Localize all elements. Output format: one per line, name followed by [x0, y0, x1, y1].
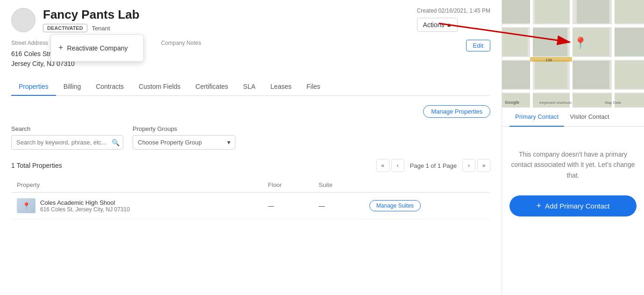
header: Fancy Pants Lab DEACTIVATED Tenant Creat… — [11, 7, 490, 32]
reactivate-company-item[interactable]: + Reactivate Company — [51, 38, 143, 58]
manage-properties-button[interactable]: Manage Properties — [423, 105, 490, 118]
svg-rect-17 — [530, 0, 533, 108]
add-primary-contact-button[interactable]: + Add Primary Contact — [510, 195, 637, 216]
company-info: Fancy Pants Lab DEACTIVATED Tenant — [43, 7, 140, 32]
sidebar-tabs: Primary Contact Visitor Contact — [502, 108, 644, 127]
svg-rect-9 — [502, 61, 530, 89]
company-notes-column: Company Notes — [161, 40, 201, 69]
svg-rect-4 — [614, 0, 644, 23]
property-cell-inner: 📍 Coles Academic High Shool 616 Coles St… — [17, 198, 257, 213]
svg-text:Google: Google — [505, 100, 519, 105]
groups-select-wrap: Choose Property Group ▼ — [133, 135, 235, 150]
map-background: 139 📍 Google Keyboard shortcuts Map Data — [502, 0, 644, 108]
page-info: Page 1 of 1 Page — [406, 162, 460, 169]
property-cell: 📍 Coles Academic High Shool 616 Coles St… — [11, 193, 262, 219]
prev-page-button[interactable]: ‹ — [391, 159, 404, 172]
svg-rect-13 — [502, 94, 644, 108]
svg-rect-16 — [502, 90, 644, 93]
property-thumbnail: 📍 — [17, 198, 35, 213]
add-contact-label: Add Primary Contact — [545, 202, 609, 210]
tab-properties[interactable]: Properties — [11, 78, 56, 96]
sidebar-tab-primary-contact[interactable]: Primary Contact — [510, 108, 564, 127]
svg-rect-6 — [532, 28, 567, 56]
total-properties: 1 Total Properties — [11, 162, 62, 169]
search-input[interactable] — [11, 135, 123, 150]
col-suite: Suite — [313, 178, 364, 193]
total-row: 1 Total Properties « ‹ Page 1 of 1 Page … — [11, 159, 490, 172]
tabs: Properties Billing Contracts Custom Fiel… — [11, 78, 490, 96]
company-avatar — [11, 8, 35, 32]
svg-rect-12 — [614, 61, 644, 89]
property-groups-select[interactable]: Choose Property Group — [133, 135, 235, 150]
badges: DEACTIVATED Tenant — [43, 24, 140, 32]
search-label: Search — [11, 125, 123, 132]
svg-text:Keyboard shortcuts: Keyboard shortcuts — [539, 101, 572, 105]
plus-icon: + — [58, 43, 64, 53]
right-sidebar: 139 📍 Google Keyboard shortcuts Map Data… — [502, 0, 644, 295]
col-actions — [364, 178, 490, 193]
properties-table: Property Floor Suite 📍 — [11, 178, 490, 219]
map-area: 139 📍 Google Keyboard shortcuts Map Data — [502, 0, 644, 108]
svg-rect-11 — [572, 61, 609, 89]
svg-rect-5 — [502, 28, 528, 56]
col-property: Property — [11, 178, 262, 193]
pagination: « ‹ Page 1 of 1 Page › » — [376, 159, 490, 172]
company-name: Fancy Pants Lab — [43, 7, 140, 22]
properties-header: Manage Properties — [11, 105, 490, 118]
suite-cell: — — [313, 193, 364, 219]
header-right: Created 02/16/2021, 1:45 PM Actions ▲ — [417, 7, 490, 32]
next-page-button[interactable]: › — [462, 159, 475, 172]
property-info: Coles Academic High Shool 616 Coles St, … — [40, 199, 130, 213]
groups-label: Property Groups — [133, 125, 235, 132]
tab-files[interactable]: Files — [299, 78, 328, 96]
property-address: 616 Coles St, Jersey City, NJ 07310 — [40, 206, 130, 213]
header-left: Fancy Pants Lab DEACTIVATED Tenant — [11, 7, 140, 32]
svg-text:📍: 📍 — [573, 36, 587, 50]
tab-sla[interactable]: SLA — [236, 78, 263, 96]
actions-cell: Manage Suites — [364, 193, 490, 219]
chevron-up-icon: ▲ — [446, 22, 452, 28]
tab-certificates[interactable]: Certificates — [188, 78, 236, 96]
col-floor: Floor — [262, 178, 313, 193]
search-group: Search 🔍 — [11, 125, 123, 150]
empty-contact-text: This company doesn't have a primary cont… — [510, 149, 637, 180]
search-icon: 🔍 — [112, 139, 120, 146]
svg-rect-18 — [570, 0, 573, 108]
groups-group: Property Groups Choose Property Group ▼ — [133, 125, 235, 150]
filters-row: Search 🔍 Property Groups Choose Property… — [11, 125, 490, 150]
plus-icon: + — [537, 201, 542, 211]
tab-billing[interactable]: Billing — [56, 78, 88, 96]
status-badge: DEACTIVATED — [43, 24, 87, 32]
sidebar-tab-visitor-contact[interactable]: Visitor Contact — [564, 108, 615, 127]
reactivate-label: Reactivate Company — [67, 44, 128, 52]
actions-dropdown: + Reactivate Company — [50, 34, 144, 62]
first-page-button[interactable]: « — [376, 159, 389, 172]
table-body: 📍 Coles Academic High Shool 616 Coles St… — [11, 193, 490, 219]
svg-rect-15 — [502, 57, 644, 60]
company-notes-label: Company Notes — [161, 40, 201, 46]
svg-rect-2 — [535, 0, 572, 23]
floor-cell: — — [262, 193, 313, 219]
contact-panel: This company doesn't have a primary cont… — [502, 127, 644, 295]
svg-rect-8 — [614, 28, 644, 56]
table-header: Property Floor Suite — [11, 178, 490, 193]
search-input-wrap: 🔍 — [11, 135, 123, 150]
tab-custom-fields[interactable]: Custom Fields — [131, 78, 188, 96]
svg-text:Map Data: Map Data — [605, 101, 621, 105]
svg-rect-19 — [612, 0, 615, 108]
map-pin-small-icon: 📍 — [22, 202, 30, 209]
table-row: 📍 Coles Academic High Shool 616 Coles St… — [11, 193, 490, 219]
manage-suites-button[interactable]: Manage Suites — [369, 200, 421, 211]
tab-contracts[interactable]: Contracts — [88, 78, 131, 96]
svg-text:139: 139 — [545, 58, 552, 62]
tab-leases[interactable]: Leases — [263, 78, 299, 96]
last-page-button[interactable]: » — [477, 159, 490, 172]
actions-label: Actions — [423, 21, 445, 29]
map-svg: 139 📍 Google Keyboard shortcuts Map Data — [502, 0, 644, 108]
type-badge: Tenant — [92, 25, 110, 32]
edit-button[interactable]: Edit — [466, 40, 490, 51]
svg-rect-1 — [502, 0, 530, 23]
svg-rect-10 — [535, 61, 567, 89]
created-info: Created 02/16/2021, 1:45 PM — [417, 7, 490, 14]
actions-button[interactable]: Actions ▲ — [417, 18, 458, 32]
